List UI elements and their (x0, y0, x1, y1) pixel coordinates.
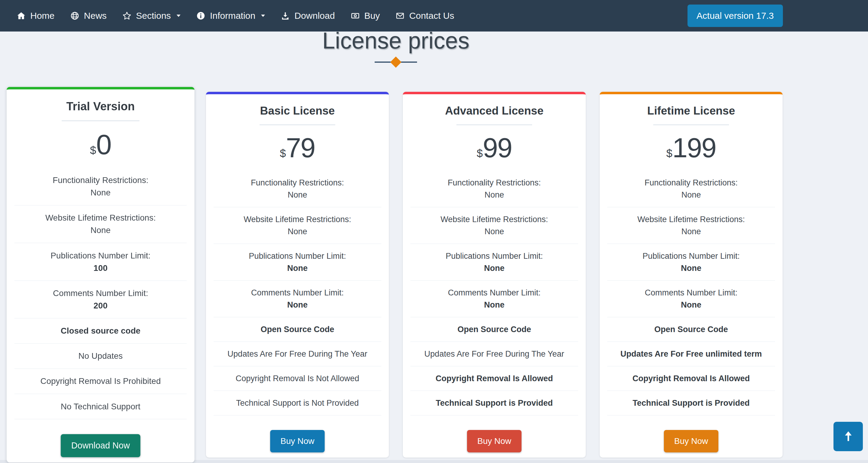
card-title-divider (62, 121, 140, 121)
feature-row: Website Lifetime Restrictions: None (607, 207, 775, 244)
feature-label: Publications Number Limit: (607, 250, 775, 262)
download-icon (281, 11, 290, 20)
chevron-down-icon (177, 15, 181, 17)
price-value: 199 (672, 133, 716, 163)
feature-value: None (14, 187, 187, 199)
feature-row: Open Source Code (410, 317, 578, 342)
price: $99 (403, 134, 586, 162)
feature-label: Comments Number Limit: (607, 287, 775, 299)
download-now-button[interactable]: Download Now (61, 434, 140, 457)
feature-value: None (410, 262, 578, 274)
feature-row: Publications Number Limit: None (410, 244, 578, 281)
feature-label: Functionality Restrictions: (410, 177, 578, 189)
feature-row: Comments Number Limit: None (607, 281, 775, 317)
nav-item-buy[interactable]: Buy (351, 10, 380, 21)
feature-row: Closed source code (14, 318, 187, 344)
feature-value: None (607, 226, 775, 237)
envelope-icon (396, 11, 405, 20)
scroll-to-top-button[interactable] (834, 422, 863, 451)
price: $79 (206, 134, 389, 162)
price-value: 0 (96, 129, 111, 160)
nav-item-contact-us[interactable]: Contact Us (396, 10, 454, 21)
pricing-card-basic: Basic License $79 Functionality Restrict… (206, 92, 389, 458)
card-title: Trial Version (7, 100, 194, 113)
home-icon (17, 11, 26, 20)
feature-label: Functionality Restrictions: (607, 177, 775, 189)
feature-row: Website Lifetime Restrictions: None (214, 207, 381, 244)
pricing-card-trial: Trial Version $0 Functionality Restricti… (7, 87, 194, 463)
card-title: Lifetime License (600, 105, 783, 117)
pricing-cards-row: Trial Version $0 Functionality Restricti… (9, 92, 783, 458)
price-currency: $ (280, 147, 286, 160)
feature-list: Functionality Restrictions: None Website… (403, 171, 586, 415)
feature-label: Comments Number Limit: (14, 287, 187, 299)
feature-row: Updates Are For Free During The Year (410, 342, 578, 366)
feature-row: Open Source Code (214, 317, 381, 342)
card-title-divider (259, 124, 335, 125)
feature-value: 100 (14, 262, 187, 274)
content-container: License prices Trial Version $0 Function… (9, 27, 783, 458)
feature-label: Website Lifetime Restrictions: (14, 212, 187, 224)
actual-version-button[interactable]: Actual version 17.3 (687, 4, 783, 27)
nav-item-news[interactable]: News (70, 10, 106, 21)
feature-row: Updates Are For Free unlimited term (607, 342, 775, 366)
nav-item-sections[interactable]: Sections (122, 10, 181, 21)
feature-row: Functionality Restrictions: None (214, 171, 381, 207)
price: $199 (600, 134, 783, 162)
price: $0 (7, 131, 194, 158)
feature-label: Website Lifetime Restrictions: (607, 213, 775, 226)
feature-row: Updates Are For Free During The Year (214, 342, 381, 366)
feature-label: Publications Number Limit: (410, 250, 578, 262)
card-title: Basic License (206, 105, 389, 117)
nav-item-label: Information (210, 10, 255, 21)
card-title: Advanced License (403, 105, 586, 117)
feature-label: Comments Number Limit: (214, 287, 381, 299)
feature-value: None (410, 299, 578, 311)
buy-now-button[interactable]: Buy Now (467, 430, 522, 453)
price-value: 79 (286, 133, 315, 163)
price-currency: $ (666, 147, 672, 160)
star-icon (122, 11, 131, 20)
buy-now-button[interactable]: Buy Now (270, 430, 325, 453)
feature-value: None (14, 224, 187, 237)
feature-value: None (214, 262, 381, 274)
feature-row: Copyright Removal Is Prohibited (14, 369, 187, 394)
chevron-down-icon (261, 15, 265, 17)
nav-item-download[interactable]: Download (281, 10, 335, 21)
card-title-divider (457, 124, 532, 125)
card-title-divider (653, 124, 729, 125)
feature-row: No Technical Support (14, 394, 187, 419)
feature-label: Publications Number Limit: (214, 250, 381, 262)
nav-item-information[interactable]: Information (196, 10, 265, 21)
feature-value: None (607, 189, 775, 201)
feature-label: Comments Number Limit: (410, 287, 578, 299)
feature-row: Comments Number Limit: 200 (14, 281, 187, 318)
arrow-up-icon (842, 429, 855, 443)
feature-row: Copyright Removal Is Not Allowed (214, 366, 381, 391)
info-circle-icon (196, 11, 205, 20)
nav-item-label: News (84, 10, 106, 21)
navbar: Home News Sections Information (0, 0, 868, 31)
feature-list: Functionality Restrictions: None Website… (7, 168, 194, 419)
feature-row: Technical Support is Not Provided (214, 391, 381, 415)
money-bill-icon (351, 11, 360, 20)
feature-row: Technical Support is Provided (607, 391, 775, 415)
feature-row: Publications Number Limit: None (214, 244, 381, 281)
nav-item-label: Download (294, 10, 335, 21)
feature-row: Copyright Removal Is Allowed (607, 366, 775, 391)
navbar-inner: Home News Sections Information (17, 0, 783, 31)
nav-item-label: Contact Us (409, 10, 454, 21)
nav-item-home[interactable]: Home (17, 10, 55, 21)
feature-row: Functionality Restrictions: None (607, 171, 775, 207)
nav-item-label: Sections (136, 10, 171, 21)
nav-item-label: Buy (364, 10, 380, 21)
pricing-card-lifetime: Lifetime License $199 Functionality Rest… (600, 92, 783, 458)
nav-item-label: Home (30, 10, 55, 21)
feature-label: Website Lifetime Restrictions: (410, 213, 578, 226)
feature-value: None (410, 189, 578, 201)
price-currency: $ (90, 144, 96, 157)
feature-label: Functionality Restrictions: (214, 177, 381, 189)
feature-row: Website Lifetime Restrictions: None (410, 207, 578, 244)
buy-now-button[interactable]: Buy Now (664, 430, 718, 453)
feature-list: Functionality Restrictions: None Website… (206, 171, 389, 415)
